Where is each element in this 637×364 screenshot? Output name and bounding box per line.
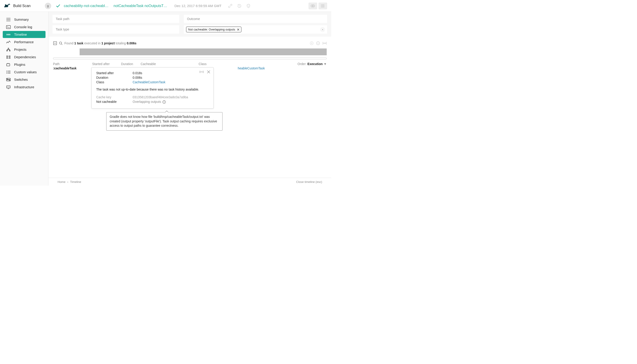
console-icon (6, 25, 11, 29)
sidebar-item-label: Projects (14, 48, 26, 52)
infrastructure-icon (6, 85, 11, 89)
col-cacheable[interactable]: Cacheable (140, 62, 198, 66)
svg-point-4 (321, 6, 321, 6)
task-class-peek: heableCustomTask (238, 66, 265, 70)
chip-close-icon[interactable] (237, 28, 239, 31)
duration-value: 0.006s (133, 76, 142, 80)
header-meta-icons: Q (228, 4, 251, 8)
sidebar-item-projects[interactable]: Projects (3, 46, 46, 53)
svg-point-20 (7, 87, 8, 87)
svg-rect-6 (6, 26, 10, 29)
timeline-bar[interactable] (80, 48, 327, 55)
class-value[interactable]: CacheableCustomTask (133, 80, 166, 84)
started-after-value: 0.018s (133, 71, 142, 75)
results-summary: Found 1 task executed in 1 project total… (48, 37, 331, 48)
filter-chip[interactable]: Not cacheable: Overlapping outputs (186, 26, 242, 32)
performance-icon (6, 40, 11, 44)
sidebar-item-summary[interactable]: Summary (3, 16, 46, 23)
svg-text:Q: Q (248, 5, 249, 7)
build-name[interactable]: cacheability-not-cacheabl… (64, 4, 109, 8)
col-started-after[interactable]: Started after (92, 62, 121, 66)
build-timestamp: Dec 12, 2017 6:59:59 AM GMT (174, 4, 222, 8)
sidebar-item-console-log[interactable]: Console log (3, 24, 46, 30)
breadcrumb-home[interactable]: Home (58, 180, 66, 184)
clear-filters-button[interactable] (320, 27, 325, 32)
cache-key-label: Cache key (96, 95, 133, 99)
filters-panel: Task path Outcome Task type Not cacheabl… (48, 12, 331, 37)
outcome-filter-value: Not cacheable: Overlapping outputs (184, 25, 327, 34)
sidebar-item-timeline[interactable]: Timeline (3, 31, 46, 38)
breadcrumb-footer: Home › Timeline Close timeline (esc) (48, 178, 331, 186)
timeline-scrubber[interactable] (53, 58, 327, 60)
tasks-string[interactable]: notCacheableTask noOutputsT… (114, 4, 167, 8)
up-to-date-message: The task was not up-to-date because ther… (96, 88, 209, 91)
zoom-out-icon[interactable] (316, 42, 320, 45)
sidebar-item-plugins[interactable]: Plugins (3, 61, 46, 68)
search-icon[interactable] (59, 42, 62, 45)
list-view-toggle[interactable] (318, 2, 327, 9)
svg-point-28 (164, 101, 164, 102)
sidebar: Summary Console log Timeline Performance… (0, 12, 48, 186)
user-avatar[interactable]: g (45, 3, 51, 9)
sidebar-item-performance[interactable]: Performance (3, 38, 46, 46)
svg-point-18 (9, 80, 10, 81)
svg-point-24 (60, 42, 62, 44)
compare-view-toggle[interactable] (308, 2, 317, 9)
svg-point-8 (6, 50, 8, 51)
close-timeline-hint[interactable]: Close timeline (esc) (296, 180, 322, 184)
sidebar-item-switches[interactable]: Switches (3, 76, 46, 83)
focus-icon[interactable] (200, 70, 204, 74)
sidebar-item-infrastructure[interactable]: Infrastructure (3, 84, 46, 90)
sidebar-item-label: Custom values (14, 70, 37, 74)
sidebar-item-label: Dependencies (14, 55, 36, 59)
col-path[interactable]: Path (53, 62, 92, 66)
sidebar-item-label: Infrastructure (14, 85, 34, 89)
cache-key-value: 0313581203baeef484cee3a8c0a7a9ba (133, 95, 188, 99)
link-icon[interactable] (228, 4, 232, 8)
order-selector[interactable]: Order: Execution ▼ (298, 62, 327, 66)
outcome-filter-label[interactable]: Outcome (184, 15, 327, 23)
col-duration[interactable]: Duration (121, 62, 140, 66)
task-type-filter[interactable]: Task type (52, 25, 179, 34)
svg-point-7 (8, 48, 9, 49)
started-after-label: Started after (96, 71, 133, 75)
summary-text: Found 1 task executed in 1 project total… (64, 42, 136, 45)
sidebar-item-label: Summary (14, 18, 29, 22)
breadcrumb-separator: › (67, 180, 68, 184)
svg-point-16 (7, 78, 8, 79)
chip-label: Not cacheable: Overlapping outputs (188, 28, 235, 31)
svg-point-2 (312, 5, 315, 7)
success-check-icon (56, 4, 60, 8)
svg-point-9 (9, 50, 10, 51)
sidebar-item-label: Console log (14, 25, 32, 29)
projects-icon (6, 48, 11, 52)
tooltip-text: Gradle does not know how file 'build/tmp… (110, 115, 217, 128)
fit-icon[interactable] (322, 42, 327, 45)
task-detail-popover: Started after0.018s Duration0.006s Class… (92, 67, 214, 108)
table-headers: Path Started after Duration Cacheable Cl… (48, 62, 331, 66)
dependencies-icon (6, 55, 11, 59)
history-icon[interactable] (237, 4, 242, 8)
breadcrumb-current: Timeline (70, 180, 81, 184)
task-path-filter[interactable]: Task path (52, 15, 179, 23)
svg-point-5 (321, 7, 321, 7)
gradle-logo (4, 3, 10, 9)
sidebar-item-label: Plugins (14, 62, 25, 66)
sidebar-item-dependencies[interactable]: Dependencies (3, 54, 46, 60)
custom-values-icon (6, 70, 11, 74)
class-label: Class (96, 80, 133, 84)
sidebar-item-label: Switches (14, 78, 28, 82)
zoom-in-icon[interactable] (310, 42, 314, 45)
svg-point-13 (9, 58, 10, 58)
info-tooltip: Gradle does not know how file 'build/tmp… (106, 112, 222, 130)
svg-point-3 (321, 4, 321, 5)
expand-icon[interactable] (53, 41, 57, 45)
svg-point-10 (6, 56, 8, 57)
close-icon[interactable] (207, 70, 210, 74)
task-name: :cacheableTask (53, 66, 92, 70)
col-class[interactable]: Class (198, 62, 298, 66)
plugins-icon (6, 63, 11, 66)
sidebar-item-custom-values[interactable]: Custom values (3, 68, 46, 76)
info-icon[interactable] (162, 100, 166, 104)
badge-icon[interactable]: Q (246, 4, 251, 8)
